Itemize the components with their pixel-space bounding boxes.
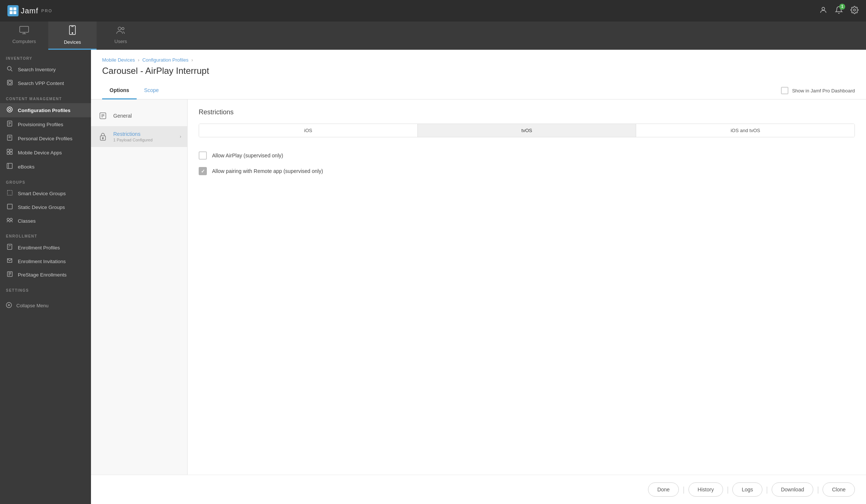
sidebar: INVENTORY Search Inventory Search VPP Co… (0, 50, 91, 504)
sidebar-item-prestage[interactable]: PreStage Enrollments (0, 268, 91, 282)
svg-rect-26 (10, 149, 12, 151)
sidebar-item-classes[interactable]: Classes (0, 214, 91, 228)
static-groups-icon (6, 204, 13, 211)
sidebar-item-config-profiles[interactable]: Configuration Profiles (0, 103, 91, 117)
checkbox-allow-remote: Allow pairing with Remote app (supervise… (199, 163, 855, 179)
svg-point-49 (102, 138, 104, 139)
sidebar-item-search-vpp[interactable]: Search VPP Content (0, 76, 91, 90)
history-button[interactable]: History (688, 482, 723, 497)
classes-icon (6, 217, 13, 224)
tab-bar: Options Scope Show in Jamf Pro Dashboard (91, 82, 866, 99)
tab-options[interactable]: Options (102, 82, 137, 99)
main-layout: INVENTORY Search Inventory Search VPP Co… (0, 50, 866, 504)
svg-point-5 (853, 9, 856, 11)
sidebar-section-content: CONTENT MANAGEMENT (0, 90, 91, 103)
restrictions-title: Restrictions (113, 131, 175, 137)
restrictions-heading: Restrictions (199, 108, 855, 116)
sidebar-item-personal-profiles[interactable]: Personal Device Profiles (0, 131, 91, 145)
logo: Jamf PRO (7, 5, 52, 16)
sidebar-item-static-groups[interactable]: Static Device Groups (0, 200, 91, 214)
general-text: General (113, 113, 181, 119)
sidebar-item-label: Classes (18, 218, 36, 224)
svg-rect-32 (7, 204, 12, 209)
right-panel: Restrictions iOS tvOS iOS and tvOS Allow… (188, 99, 866, 475)
sidebar-item-smart-groups[interactable]: Smart Device Groups (0, 187, 91, 200)
nav-tabs: Computers Devices Users (0, 22, 866, 50)
svg-point-12 (7, 66, 11, 70)
os-tab-ios-tvos[interactable]: iOS and tvOS (636, 124, 854, 137)
svg-rect-3 (13, 11, 16, 14)
panel-item-general[interactable]: General (91, 105, 187, 126)
breadcrumb-config-profiles[interactable]: Configuration Profiles (142, 57, 188, 63)
checkbox-allow-airplay: Allow AirPlay (supervised only) (199, 148, 855, 163)
os-tab-ios[interactable]: iOS (199, 124, 418, 137)
options-content: General Restrictions 1 Paylo (91, 99, 866, 475)
nav-tab-devices[interactable]: Devices (48, 22, 97, 50)
dashboard-checkbox[interactable] (781, 87, 788, 94)
settings-icon[interactable] (850, 6, 859, 16)
os-tabs: iOS tvOS iOS and tvOS (199, 124, 855, 137)
nav-tab-users[interactable]: Users (97, 22, 145, 50)
svg-rect-1 (13, 7, 16, 10)
sidebar-item-label: Configuration Profiles (18, 108, 71, 113)
svg-line-13 (11, 70, 12, 71)
checkbox-airplay-box[interactable] (199, 151, 207, 160)
sidebar-item-ebooks[interactable]: eBooks (0, 160, 91, 174)
notifications-icon[interactable]: 1 (835, 6, 843, 16)
sep-2: | (727, 482, 729, 497)
sidebar-item-label: Mobile Device Apps (18, 150, 62, 156)
logo-icon (7, 5, 19, 16)
svg-point-11 (122, 27, 124, 30)
config-icon (6, 107, 13, 114)
general-icon (97, 110, 109, 122)
restrictions-subtitle: 1 Payload Configured (113, 138, 175, 142)
clone-button[interactable]: Clone (823, 482, 855, 497)
tab-scope[interactable]: Scope (137, 82, 166, 99)
prov-icon (6, 121, 13, 128)
sidebar-item-label: Search VPP Content (18, 81, 64, 86)
logs-button[interactable]: Logs (732, 482, 762, 497)
ebooks-icon (6, 163, 13, 170)
prestage-icon (6, 271, 13, 278)
svg-rect-35 (7, 244, 12, 249)
svg-rect-0 (10, 7, 13, 10)
user-icon[interactable] (819, 6, 827, 16)
sidebar-section-inventory: INVENTORY (0, 50, 91, 63)
svg-point-8 (72, 33, 73, 33)
restrictions-text: Restrictions 1 Payload Configured (113, 131, 175, 142)
sidebar-item-search-inventory[interactable]: Search Inventory (0, 63, 91, 76)
breadcrumb-mobile-devices[interactable]: Mobile Devices (102, 57, 135, 63)
svg-point-15 (8, 81, 11, 84)
checkbox-remote-label: Allow pairing with Remote app (supervise… (212, 168, 323, 174)
panel-item-restrictions[interactable]: Restrictions 1 Payload Configured › (91, 126, 187, 147)
svg-rect-27 (7, 152, 9, 154)
personal-icon (6, 135, 13, 142)
computers-label: Computers (12, 39, 36, 44)
svg-point-16 (9, 108, 11, 111)
logo-pro: PRO (41, 9, 52, 13)
sidebar-item-prov-profiles[interactable]: Provisioning Profiles (0, 117, 91, 131)
collapse-menu-button[interactable]: Collapse Menu (0, 298, 91, 314)
sidebar-item-label: Personal Device Profiles (18, 136, 72, 141)
search-vpp-icon (6, 80, 13, 87)
sidebar-section-groups: GROUPS (0, 174, 91, 187)
svg-rect-6 (20, 26, 29, 32)
sep-3: | (766, 482, 768, 497)
sidebar-item-mobile-apps[interactable]: Mobile Device Apps (0, 145, 91, 160)
invitations-icon (6, 258, 13, 265)
checkbox-remote-box[interactable] (199, 167, 207, 175)
sidebar-item-enroll-invitations[interactable]: Enrollment Invitations (0, 255, 91, 268)
enroll-profiles-icon (6, 244, 13, 251)
svg-rect-31 (7, 190, 12, 195)
breadcrumb-sep-1: › (138, 58, 139, 63)
os-tab-tvos[interactable]: tvOS (418, 124, 637, 137)
sidebar-item-enroll-profiles[interactable]: Enrollment Profiles (0, 240, 91, 255)
nav-tab-computers[interactable]: Computers (0, 22, 48, 50)
logo-name: Jamf (21, 7, 38, 15)
breadcrumb-sep-2: › (191, 58, 193, 63)
done-button[interactable]: Done (648, 482, 679, 497)
download-button[interactable]: Download (772, 482, 813, 497)
dashboard-toggle-label: Show in Jamf Pro Dashboard (792, 88, 855, 94)
sidebar-item-label: Provisioning Profiles (18, 122, 63, 127)
sidebar-section-enrollment: ENROLLMENT (0, 228, 91, 240)
